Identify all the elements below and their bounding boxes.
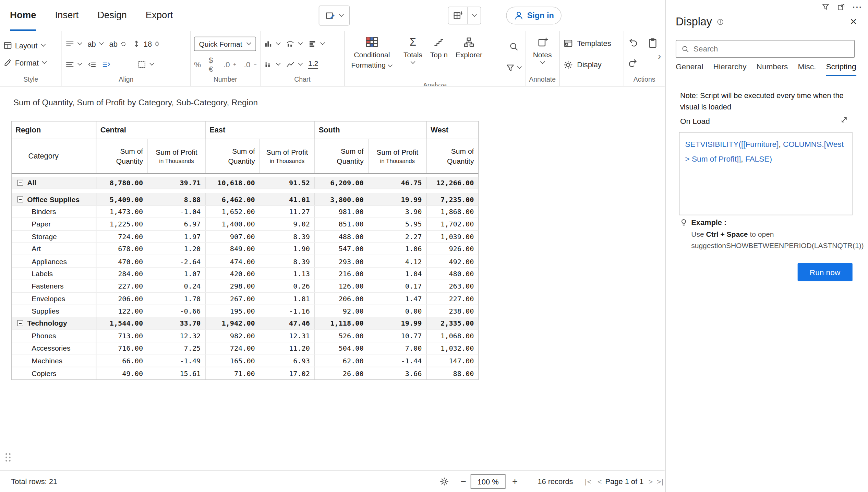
- value-cell[interactable]: 3,800.00: [314, 193, 368, 205]
- row-label[interactable]: Accessories: [12, 342, 96, 354]
- value-cell[interactable]: -1.49: [147, 355, 205, 367]
- value-cell[interactable]: 165.00: [205, 355, 259, 367]
- value-cell[interactable]: -1.16: [260, 305, 314, 317]
- bar-chart-button[interactable]: [308, 39, 325, 48]
- explorer-button[interactable]: Explorer: [456, 33, 482, 81]
- value-cell[interactable]: 91.52: [260, 177, 314, 189]
- value-cell[interactable]: 5,409.00: [96, 193, 147, 205]
- table-row[interactable]: Supplies122.00-0.66195.00-1.1692.000.002…: [12, 305, 478, 317]
- value-cell[interactable]: 724.00: [205, 342, 259, 354]
- settings-button[interactable]: [439, 477, 449, 486]
- quick-format-dropdown[interactable]: Quick Format: [194, 37, 256, 51]
- value-cell[interactable]: 126.00: [314, 280, 368, 292]
- table-row[interactable]: Office Supplies5,409.008.886,462.0041.01…: [12, 193, 478, 206]
- value-cell[interactable]: 724.00: [96, 231, 147, 243]
- table-row[interactable]: Art678.001.20849.001.90547.001.06926.00: [12, 243, 478, 255]
- value-cell[interactable]: 6,462.00: [205, 193, 259, 205]
- row-label[interactable]: Fasteners: [12, 280, 96, 292]
- value-cell[interactable]: 10,618.00: [205, 177, 259, 189]
- value-cell[interactable]: -0.66: [147, 305, 205, 317]
- search-input[interactable]: [694, 44, 849, 53]
- value-cell[interactable]: 6.97: [147, 218, 205, 230]
- undo-button[interactable]: [627, 37, 638, 50]
- value-cell[interactable]: 71.00: [205, 367, 259, 379]
- value-cell[interactable]: 1.04: [368, 268, 426, 280]
- script-editor[interactable]: SETVISIBILITY([[Furniture], COLUMNS.[Wes…: [679, 132, 853, 215]
- add-visual-button[interactable]: [448, 7, 481, 24]
- outdent-button[interactable]: [87, 60, 96, 69]
- tab-export[interactable]: Export: [146, 0, 173, 31]
- decrease-decimal-button[interactable]: .0−: [244, 60, 256, 69]
- table-row[interactable]: All8,780.0039.7110,618.0091.526,209.0046…: [12, 177, 478, 189]
- value-cell[interactable]: 1.20: [147, 243, 205, 255]
- table-row[interactable]: Technology1,544.0033.701,942.0047.461,11…: [12, 317, 478, 330]
- value-cell[interactable]: 504.00: [314, 342, 368, 354]
- value-cell[interactable]: 1.78: [147, 293, 205, 305]
- value-cell[interactable]: 227.00: [96, 280, 147, 292]
- format-painter-button[interactable]: [319, 5, 350, 25]
- value-cell[interactable]: 849.00: [205, 243, 259, 255]
- templates-button[interactable]: Templates: [563, 33, 620, 54]
- format-button[interactable]: Format: [3, 58, 58, 67]
- value-cell[interactable]: 17.02: [260, 367, 314, 379]
- value-cell[interactable]: 0.26: [260, 280, 314, 292]
- value-cell[interactable]: 62.00: [314, 355, 368, 367]
- row-label[interactable]: Labels: [12, 268, 96, 280]
- info-icon[interactable]: [716, 18, 724, 25]
- category-header-label[interactable]: Category: [12, 139, 96, 173]
- row-label[interactable]: Binders: [12, 206, 96, 218]
- value-cell[interactable]: 88.00: [426, 367, 478, 379]
- table-row[interactable]: Phones713.0012.32982.0012.31526.0010.771…: [12, 330, 478, 342]
- value-cell[interactable]: 926.00: [426, 243, 478, 255]
- value-cell[interactable]: 470.00: [96, 255, 147, 267]
- row-label[interactable]: Machines: [12, 355, 96, 367]
- close-icon[interactable]: ×: [850, 15, 857, 27]
- row-label[interactable]: Art: [12, 243, 96, 255]
- value-cell[interactable]: 12,266.00: [426, 177, 478, 189]
- conditional-formatting-button[interactable]: Conditional Formatting: [348, 33, 396, 81]
- expand-editor-button[interactable]: [840, 116, 848, 124]
- popout-button[interactable]: [837, 3, 845, 11]
- text-options-button[interactable]: ab: [87, 40, 104, 48]
- value-cell[interactable]: 7,235.00: [426, 193, 478, 205]
- value-cell[interactable]: 420.00: [205, 268, 259, 280]
- value-cell[interactable]: 1,032.00: [426, 342, 478, 354]
- value-cell[interactable]: 12.32: [147, 330, 205, 342]
- page-next-button[interactable]: >: [649, 477, 653, 485]
- value-cell[interactable]: 716.00: [96, 342, 147, 354]
- text-wrap-button[interactable]: ab: [109, 40, 126, 48]
- value-cell[interactable]: 284.00: [96, 268, 147, 280]
- layout-button[interactable]: Layout: [3, 41, 58, 50]
- value-cell[interactable]: 1.47: [368, 293, 426, 305]
- font-size-value[interactable]: 18: [144, 40, 152, 48]
- value-cell[interactable]: 66.00: [96, 355, 147, 367]
- add-visual-dropdown[interactable]: [467, 7, 481, 24]
- collapse-panel-chevron[interactable]: ›: [656, 50, 663, 63]
- value-cell[interactable]: 49.00: [96, 367, 147, 379]
- region-header-east[interactable]: East: [205, 121, 314, 139]
- value-cell[interactable]: 6.93: [260, 355, 314, 367]
- indent-button[interactable]: [102, 60, 111, 69]
- table-row[interactable]: Binders1,473.00-1.041,652.0011.27981.003…: [12, 206, 478, 218]
- value-cell[interactable]: 0.00: [368, 305, 426, 317]
- font-size-stepper[interactable]: 18: [132, 39, 159, 48]
- value-cell[interactable]: 1,068.00: [426, 330, 478, 342]
- percent-format-button[interactable]: %: [194, 60, 201, 69]
- top-n-button[interactable]: Top n: [430, 33, 448, 81]
- value-cell[interactable]: 39.71: [147, 177, 205, 189]
- tab-insert[interactable]: Insert: [55, 0, 79, 31]
- panel-tab-hierarchy[interactable]: Hierarchy: [713, 62, 747, 76]
- value-cell[interactable]: 19.99: [368, 317, 426, 329]
- value-cell[interactable]: 263.00: [426, 280, 478, 292]
- table-row[interactable]: Copiers49.0015.6171.0017.0226.003.6688.0…: [12, 367, 478, 379]
- page-prev-button[interactable]: <: [598, 477, 602, 485]
- tab-home[interactable]: Home: [10, 0, 36, 31]
- value-cell[interactable]: 19.99: [368, 193, 426, 205]
- stacked-chart-button[interactable]: [264, 60, 281, 69]
- value-cell[interactable]: 526.00: [314, 330, 368, 342]
- zoom-out-button[interactable]: −: [461, 476, 466, 487]
- table-row[interactable]: Accessories716.007.25724.0011.20504.007.…: [12, 342, 478, 355]
- value-cell[interactable]: 0.24: [147, 280, 205, 292]
- value-cell[interactable]: 1.81: [260, 293, 314, 305]
- value-cell[interactable]: 474.00: [205, 255, 259, 267]
